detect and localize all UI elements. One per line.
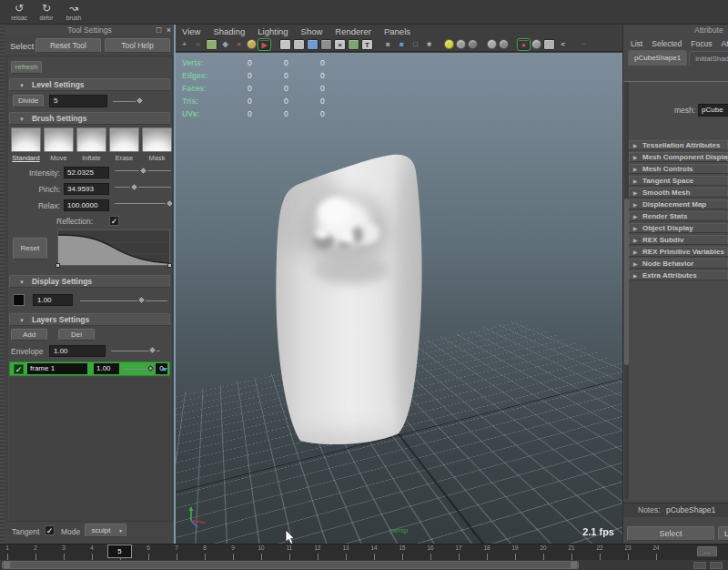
envelope-slider-handle[interactable] xyxy=(148,346,157,355)
attribute-section-header[interactable]: Mesh Controls xyxy=(629,164,728,174)
brush-type-button[interactable]: Erase xyxy=(109,127,139,162)
viewport-toolbar-icon[interactable] xyxy=(348,39,359,50)
timeline-tick[interactable]: 13 xyxy=(332,545,359,561)
brush-settings-header[interactable]: Brush Settings xyxy=(9,112,170,125)
timeline-tick[interactable]: 15 xyxy=(389,545,416,561)
viewport-toolbar-icon[interactable] xyxy=(456,39,466,49)
slider-track[interactable] xyxy=(115,203,171,206)
mesh-name-field[interactable]: pCube xyxy=(698,104,728,117)
viewport-menu-item[interactable]: Panels xyxy=(384,26,410,36)
timeline-tick[interactable]: 8 xyxy=(191,545,218,561)
viewport-toolbar-icon[interactable]: ◆ xyxy=(219,39,231,50)
attribute-section-header[interactable]: Smooth Mesh xyxy=(629,188,728,198)
viewport-toolbar-icon[interactable]: T xyxy=(361,39,373,50)
node-tab[interactable]: pCubeShape1 xyxy=(628,50,687,66)
divide-slider-handle[interactable] xyxy=(136,97,145,106)
range-start-handle[interactable] xyxy=(4,562,10,568)
layer-item-frame1[interactable]: ✓ frame 1 1.00 0 ▰ xyxy=(9,361,170,376)
envelope-slider-track[interactable] xyxy=(111,351,160,351)
layer-name-field[interactable]: frame 1 xyxy=(27,363,87,374)
scrollbar-handle[interactable] xyxy=(624,198,629,365)
timeline-tick[interactable]: 11 xyxy=(276,545,303,561)
viewport-toolbar-icon[interactable] xyxy=(468,39,478,49)
attribute-editor-menu-item[interactable]: List xyxy=(631,39,642,48)
delete-layer-button[interactable]: Del xyxy=(58,329,95,341)
attribute-section-header[interactable]: REX Subdiv xyxy=(629,235,728,245)
viewport-toolbar-icon[interactable] xyxy=(247,39,257,49)
reset-tool-button[interactable]: Reset Tool xyxy=(35,38,101,53)
timeline-tick[interactable]: 1 xyxy=(0,545,21,561)
attribute-section-header[interactable]: Tessellation Attributes xyxy=(629,140,728,150)
viewport-toolbar-icon[interactable] xyxy=(320,39,332,50)
timeline-tick[interactable]: 24 xyxy=(642,545,670,561)
attribute-section-header[interactable]: Extra Attributes xyxy=(629,270,728,280)
viewport-toolbar-icon[interactable] xyxy=(499,39,509,49)
slider-value-field[interactable]: 100.0000 xyxy=(64,199,109,211)
timeline-tick[interactable]: 9 xyxy=(219,545,247,561)
timeline-tick[interactable]: 3 xyxy=(50,545,77,561)
brush-type-button[interactable]: Inflate xyxy=(76,127,106,162)
timeline-tick[interactable]: 19 xyxy=(501,545,529,561)
curve-end-handle[interactable] xyxy=(167,263,172,268)
viewport-toolbar-icon[interactable] xyxy=(279,39,291,50)
slider-value-field[interactable]: 52.0325 xyxy=(64,167,109,178)
shelf-button[interactable]: ↝ brush xyxy=(60,2,87,21)
range-end-handle[interactable] xyxy=(571,562,577,568)
envelope-value-field[interactable]: 1.00 xyxy=(49,345,106,357)
timeline-tick[interactable]: 16 xyxy=(417,545,444,561)
viewport-toolbar-icon[interactable]: < xyxy=(557,39,569,50)
viewport-toolbar-icon[interactable] xyxy=(487,39,497,49)
viewport-menu-item[interactable]: Lighting xyxy=(258,26,288,36)
layer-slider-handle[interactable] xyxy=(147,365,154,372)
viewport-toolbar-icon[interactable] xyxy=(206,39,217,50)
shelf-button[interactable]: ↻ defor xyxy=(33,2,60,21)
tool-settings-scrollbar[interactable] xyxy=(0,25,5,544)
tool-help-button[interactable]: Tool Help xyxy=(105,38,170,53)
attribute-editor-menu-item[interactable]: Focus xyxy=(691,39,712,48)
brush-type-button[interactable]: Standard xyxy=(11,127,41,162)
range-option-button[interactable] xyxy=(710,562,723,569)
display-slider-handle[interactable] xyxy=(137,296,147,305)
attribute-section-header[interactable]: Node Behavior xyxy=(629,259,728,269)
falloff-curve-editor[interactable] xyxy=(57,229,170,266)
timeline-tick[interactable]: 17 xyxy=(445,545,472,561)
float-panel-icon[interactable]: □ xyxy=(157,25,161,35)
brush-type-button[interactable]: Mask xyxy=(142,127,172,162)
timeline-tick[interactable]: 6 xyxy=(135,545,162,561)
slider-handle[interactable] xyxy=(166,199,173,209)
attribute-section-header[interactable]: REX Primitive Variables xyxy=(629,247,728,257)
viewport-toolbar-icon[interactable]: ○ xyxy=(192,39,204,50)
viewport-toolbar-icon[interactable]: ■ xyxy=(396,39,408,50)
slider-track[interactable] xyxy=(115,187,171,189)
slider-handle[interactable] xyxy=(139,167,148,176)
timeline-tick[interactable]: 14 xyxy=(360,545,388,561)
shelf-button[interactable]: ↺ reloac xyxy=(5,2,33,21)
display-settings-header[interactable]: Display Settings xyxy=(9,275,170,288)
current-frame-indicator[interactable]: 5 xyxy=(107,545,132,558)
divide-button[interactable]: Divide xyxy=(13,95,44,107)
viewport-canvas[interactable]: Verts: 0 0 0 Edges: 0 0 0 Faces: 0 0 0 xyxy=(176,53,622,544)
viewport-toolbar-icon[interactable]: ~ xyxy=(578,39,590,50)
refresh-button[interactable]: refresh xyxy=(11,61,42,74)
timeline-tick[interactable]: 20 xyxy=(530,545,557,561)
sculpted-mesh-object[interactable] xyxy=(264,148,437,457)
timeline-tick[interactable]: 21 xyxy=(558,545,585,561)
divide-slider-track[interactable] xyxy=(113,101,140,102)
layer-weight-field[interactable]: 1.00 xyxy=(94,363,119,374)
reset-curve-button[interactable]: Reset xyxy=(13,238,47,260)
viewport-menu-item[interactable]: Shading xyxy=(213,26,245,36)
range-option-button[interactable] xyxy=(693,562,706,569)
viewport-toolbar-icon[interactable] xyxy=(293,39,305,50)
timeline-end-button[interactable]: … xyxy=(697,546,717,557)
viewport-toolbar-icon[interactable]: ■ xyxy=(382,39,394,50)
viewport-menu-item[interactable]: View xyxy=(182,26,200,36)
viewport-toolbar-icon[interactable]: ∗ xyxy=(423,39,435,50)
display-value-field[interactable]: 1.00 xyxy=(33,294,73,306)
viewport-toolbar-icon[interactable]: ▶ xyxy=(258,39,270,50)
reflection-checkbox[interactable]: ✓ xyxy=(109,216,119,226)
node-tab[interactable]: initialShadingGroup xyxy=(689,51,728,66)
timeline-tick[interactable]: 12 xyxy=(304,545,331,561)
viewport-menu-item[interactable]: Show xyxy=(301,26,323,36)
select-button[interactable]: Select xyxy=(627,526,714,541)
divide-value-field[interactable]: 5 xyxy=(49,95,107,107)
